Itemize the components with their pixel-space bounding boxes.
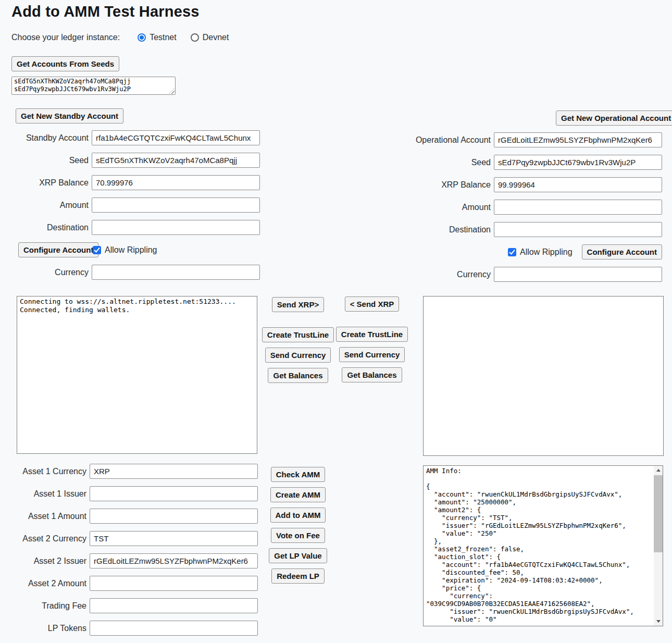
operational-configure-row: Allow Rippling Configure Account — [326, 244, 662, 259]
operational-destination-row: Destination — [326, 222, 662, 237]
standby-allow-rippling[interactable]: Allow Rippling — [93, 245, 160, 255]
seeds-textarea[interactable] — [11, 77, 176, 95]
radio-testnet[interactable]: Testnet — [138, 33, 177, 42]
send-xrp-right-button[interactable]: Send XRP> — [272, 297, 324, 312]
amm-info-scrollbar[interactable] — [654, 466, 663, 626]
standby-balance-row: XRP Balance — [0, 175, 260, 190]
operational-currency-input[interactable] — [494, 267, 662, 282]
allow-rippling-checkbox[interactable] — [508, 248, 516, 256]
get-lp-value-button[interactable]: Get LP Value — [269, 548, 327, 563]
operational-balance-input[interactable] — [494, 177, 662, 192]
standby-account-input[interactable] — [92, 130, 260, 145]
asset1-amount-input[interactable] — [90, 509, 258, 524]
standby-log-text: Connecting to wss://s.altnet.rippletest.… — [17, 296, 257, 315]
ledger-instance-label: Choose your ledger instance: — [11, 33, 120, 42]
operational-seed-input[interactable] — [494, 155, 662, 170]
allow-rippling-checkbox[interactable] — [93, 246, 101, 254]
standby-results-box[interactable]: Connecting to wss://s.altnet.rippletest.… — [17, 296, 257, 454]
operational-account-row: Operational Account — [326, 132, 662, 147]
scroll-up-icon[interactable] — [654, 466, 663, 475]
devnet-radio-icon[interactable] — [191, 33, 199, 42]
operational-amount-row: Amount — [326, 200, 662, 215]
asset1-issuer-label: Asset 1 Issuer — [34, 489, 86, 499]
operational-create-trustline-button[interactable]: Create TrustLine — [336, 327, 408, 342]
standby-account-label: Standby Account — [26, 133, 89, 143]
standby-seed-row: Seed — [0, 153, 260, 168]
amm-actions-column: Check AMM Create AMM Add to AMM Vote on … — [265, 467, 331, 589]
asset1-currency-row: Asset 1 Currency — [0, 464, 258, 479]
get-accounts-from-seeds-button[interactable]: Get Accounts From Seeds — [11, 56, 119, 71]
standby-send-currency-button[interactable]: Send Currency — [265, 348, 331, 363]
operational-allow-rippling[interactable]: Allow Rippling — [508, 248, 576, 257]
standby-amount-row: Amount — [0, 197, 260, 213]
trading-fee-input[interactable] — [90, 598, 258, 613]
operational-amount-label: Amount — [462, 203, 491, 212]
testnet-radio-label: Testnet — [150, 33, 177, 42]
operational-account-input[interactable] — [494, 132, 662, 147]
standby-destination-input[interactable] — [92, 220, 260, 235]
operational-send-currency-button[interactable]: Send Currency — [339, 347, 405, 362]
standby-currency-label: Currency — [55, 268, 89, 277]
check-amm-button[interactable]: Check AMM — [271, 467, 325, 482]
seeds-textarea-wrap — [11, 77, 176, 95]
operational-destination-label: Destination — [449, 225, 491, 234]
asset2-amount-row: Asset 2 Amount — [0, 576, 258, 591]
operational-results-box[interactable] — [423, 296, 664, 456]
ledger-instance-row: Choose your ledger instance: Testnet Dev… — [11, 32, 229, 43]
lp-tokens-label: LP Tokens — [48, 624, 86, 633]
allow-rippling-label: Allow Rippling — [105, 245, 157, 255]
asset2-issuer-input[interactable] — [90, 553, 258, 568]
standby-seed-input[interactable] — [92, 153, 260, 168]
standby-actions-column: Send XRP> Create TrustLine Send Currency… — [265, 297, 331, 388]
asset1-issuer-input[interactable] — [90, 486, 258, 501]
standby-seed-label: Seed — [69, 156, 89, 165]
amm-test-harness-page: Add to AMM Test Harness Choose your ledg… — [0, 0, 672, 643]
scroll-down-icon[interactable] — [654, 617, 663, 626]
get-new-operational-account-button[interactable]: Get New Operational Account — [556, 110, 672, 126]
create-amm-button[interactable]: Create AMM — [270, 487, 326, 502]
asset1-currency-input[interactable] — [90, 464, 258, 479]
operational-actions-column: < Send XRP Create TrustLine Send Currenc… — [339, 296, 405, 388]
add-to-amm-button[interactable]: Add to AMM — [270, 508, 326, 523]
standby-create-trustline-button[interactable]: Create TrustLine — [262, 327, 334, 342]
standby-amount-input[interactable] — [92, 197, 260, 213]
standby-currency-input[interactable] — [92, 265, 260, 280]
asset1-amount-row: Asset 1 Amount — [0, 509, 258, 524]
radio-devnet[interactable]: Devnet — [191, 33, 229, 42]
lp-tokens-input[interactable] — [90, 621, 258, 636]
operational-configure-account-button[interactable]: Configure Account — [582, 244, 662, 259]
vote-on-fee-button[interactable]: Vote on Fee — [271, 528, 325, 543]
redeem-lp-button[interactable]: Redeem LP — [271, 568, 325, 584]
allow-rippling-label: Allow Rippling — [520, 248, 573, 257]
operational-form: Operational Account Seed XRP Balance Amo… — [326, 132, 662, 289]
amm-info-box[interactable]: AMM Info: { "account": "rwuenCkUL1MdrBsd… — [423, 465, 663, 626]
standby-configure-row: Configure Account Allow Rippling — [0, 242, 260, 257]
asset2-currency-row: Asset 2 Currency — [0, 531, 258, 546]
operational-destination-input[interactable] — [494, 222, 662, 237]
scrollbar-thumb[interactable] — [654, 475, 663, 552]
asset2-amount-input[interactable] — [90, 576, 258, 591]
send-xrp-left-button[interactable]: < Send XRP — [345, 296, 400, 312]
get-new-standby-account-button[interactable]: Get New Standby Account — [16, 108, 123, 123]
trading-fee-row: Trading Fee — [0, 598, 258, 613]
asset1-currency-label: Asset 1 Currency — [22, 467, 86, 476]
amm-form: Asset 1 Currency Asset 1 Issuer Asset 1 … — [0, 464, 258, 643]
operational-currency-label: Currency — [457, 270, 491, 279]
operational-amount-input[interactable] — [494, 200, 662, 215]
amm-info-text: AMM Info: { "account": "rwuenCkUL1MdrBsd… — [424, 466, 654, 626]
trading-fee-label: Trading Fee — [42, 601, 86, 611]
lp-tokens-row: LP Tokens — [0, 621, 258, 636]
testnet-radio-icon[interactable] — [138, 33, 146, 42]
operational-get-balances-button[interactable]: Get Balances — [342, 367, 402, 382]
operational-balance-label: XRP Balance — [441, 180, 491, 190]
asset2-currency-input[interactable] — [90, 531, 258, 546]
standby-amount-label: Amount — [60, 201, 89, 210]
operational-seed-row: Seed — [326, 155, 662, 170]
standby-balance-input[interactable] — [92, 175, 260, 190]
asset2-issuer-label: Asset 2 Issuer — [34, 557, 86, 566]
asset2-issuer-row: Asset 2 Issuer — [0, 553, 258, 568]
standby-configure-account-button[interactable]: Configure Account — [18, 242, 98, 257]
page-title: Add to AMM Test Harness — [11, 3, 200, 20]
standby-get-balances-button[interactable]: Get Balances — [268, 368, 328, 383]
operational-currency-row: Currency — [326, 267, 662, 282]
